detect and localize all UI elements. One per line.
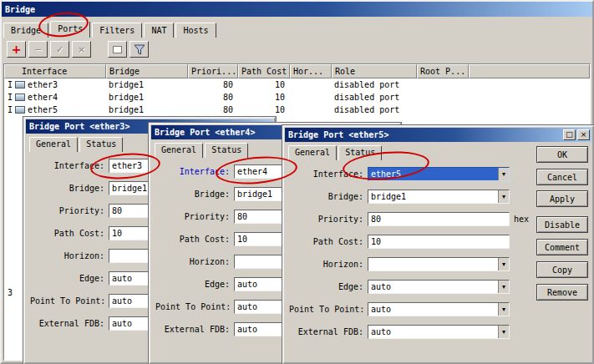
field-label: Bridge:: [155, 190, 234, 199]
priority-cell: 80: [188, 104, 238, 116]
column-header-priority[interactable]: Priori...: [188, 64, 238, 78]
filler-cell: [469, 91, 590, 104]
enable-button[interactable]: ✓: [50, 41, 69, 58]
field-value: ether5: [368, 168, 498, 180]
field-label: Horizon:: [30, 251, 109, 260]
inactive-flag: I: [8, 104, 15, 116]
bridge-cell: bridge1: [106, 91, 188, 104]
apply-button[interactable]: Apply: [536, 190, 588, 207]
bridge-cell: bridge1: [106, 104, 188, 116]
column-header-path-cost[interactable]: Path Cost: [238, 64, 290, 78]
tab-status[interactable]: Status: [205, 143, 248, 158]
inactive-flag: I: [8, 91, 15, 104]
column-header-root-path[interactable]: Root P...: [417, 64, 469, 78]
path-cost-cell: 10: [238, 91, 290, 104]
interface-field[interactable]: ether5▾: [368, 167, 510, 181]
field-label: Interface:: [30, 161, 109, 170]
window-titlebar[interactable]: Bridge: [2, 2, 592, 17]
filter-funnel-icon: [134, 44, 145, 55]
comment-button[interactable]: [108, 41, 127, 58]
cancel-button[interactable]: Cancel: [536, 169, 588, 185]
interface-name: ether4: [28, 93, 58, 102]
dropdown-arrow-icon[interactable]: ▾: [498, 281, 509, 293]
add-button[interactable]: +: [7, 41, 26, 58]
root-path-cell: [417, 78, 469, 91]
tab-nat[interactable]: NAT: [144, 23, 174, 38]
field-label: Interface:: [155, 167, 234, 176]
field-value: auto: [368, 303, 498, 316]
dialog-titlebar[interactable]: Bridge Port <ether5> □ ×: [285, 128, 591, 142]
field-label: External FDB:: [30, 319, 109, 328]
interface-name: ether5: [28, 105, 58, 114]
tab-hosts[interactable]: Hosts: [175, 23, 216, 38]
filler-cell: [469, 104, 590, 116]
status-count: 3: [8, 288, 13, 297]
filter-button[interactable]: [129, 41, 149, 58]
remove-button[interactable]: Remove: [536, 284, 588, 301]
dropdown-arrow-icon[interactable]: ▾: [498, 168, 509, 180]
dropdown-arrow-icon[interactable]: ▾: [498, 190, 509, 203]
field-label: External FDB:: [155, 325, 234, 334]
field-label: Bridge:: [289, 192, 368, 201]
screen: Bridge Bridge Ports Filters NAT Hosts + …: [0, 0, 594, 364]
field-label: Path Cost:: [289, 237, 368, 246]
role-cell: disabled port: [332, 78, 417, 91]
priority-field[interactable]: 80: [368, 212, 510, 226]
tab-general[interactable]: General: [155, 143, 203, 158]
path-cost-field[interactable]: 10: [368, 235, 510, 249]
dropdown-arrow-icon[interactable]: ▾: [498, 303, 509, 316]
inactive-flag: I: [8, 78, 15, 91]
dropdown-arrow-icon[interactable]: ▾: [498, 258, 509, 270]
tab-general[interactable]: General: [288, 145, 337, 160]
role-cell: disabled port: [332, 104, 417, 116]
dropdown-arrow-icon[interactable]: ▾: [498, 326, 509, 338]
field-label: Point To Point:: [289, 305, 368, 314]
column-header-bridge[interactable]: Bridge: [106, 64, 188, 78]
field-label: Priority:: [155, 212, 234, 221]
edge-field[interactable]: auto▾: [368, 280, 510, 294]
toolbar: + − ✓ ×: [2, 38, 592, 61]
column-header-interface[interactable]: Interface: [4, 64, 106, 78]
tab-filters[interactable]: Filters: [92, 23, 142, 38]
field-label: Point To Point:: [155, 302, 234, 311]
ok-button[interactable]: OK: [536, 146, 588, 163]
horizon-field[interactable]: ▾: [368, 257, 510, 271]
field-value: auto: [368, 281, 498, 293]
table-row[interactable]: Iether5 bridge1 80 10 disabled port: [4, 104, 590, 116]
external-fdb-field[interactable]: auto▾: [368, 325, 510, 339]
comment-button[interactable]: Comment: [536, 239, 588, 255]
tab-status[interactable]: Status: [79, 137, 123, 152]
horizon-cell: [290, 78, 332, 91]
tab-general[interactable]: General: [29, 137, 78, 152]
window-title: Bridge: [5, 5, 35, 14]
field-label: Path Cost:: [30, 229, 109, 238]
tab-ports[interactable]: Ports: [50, 21, 90, 38]
field-label: Edge:: [289, 282, 368, 291]
close-button[interactable]: ×: [577, 129, 590, 140]
bridge-field[interactable]: bridge1▾: [368, 190, 510, 204]
restore-button[interactable]: □: [563, 129, 576, 140]
bridge-cell: bridge1: [106, 78, 188, 91]
tab-bridge[interactable]: Bridge: [3, 23, 48, 38]
field-value: 10: [368, 235, 509, 248]
tab-status[interactable]: Status: [338, 145, 382, 160]
interface-cell: Iether4: [4, 91, 106, 104]
field-label: External FDB:: [289, 327, 368, 336]
disable-button[interactable]: Disable: [536, 216, 588, 233]
filler-cell: [469, 78, 590, 91]
disable-button[interactable]: ×: [72, 41, 91, 58]
priority-cell: 80: [188, 78, 238, 91]
column-header-horizon[interactable]: Hor...: [290, 64, 332, 78]
table-row[interactable]: Iether3 bridge1 80 10 disabled port: [4, 78, 590, 91]
field-label: Point To Point:: [30, 296, 109, 306]
table-row[interactable]: Iether4 bridge1 80 10 disabled port: [4, 91, 590, 104]
remove-button[interactable]: −: [28, 41, 48, 58]
field-label: Edge:: [155, 280, 234, 289]
root-path-cell: [417, 91, 469, 104]
interface-name: ether3: [28, 80, 58, 89]
comment-icon: [113, 46, 122, 53]
field-label: Interface:: [289, 169, 368, 179]
column-header-role[interactable]: Role: [332, 64, 417, 78]
copy-button[interactable]: Copy: [536, 261, 588, 278]
point-to-point-field[interactable]: auto▾: [368, 302, 510, 316]
